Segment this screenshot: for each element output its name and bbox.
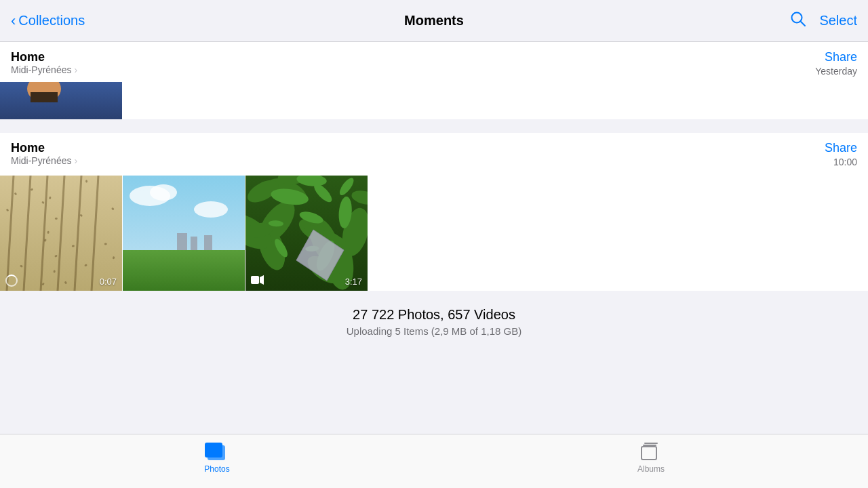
svg-rect-2 <box>251 276 259 284</box>
back-label: Collections <box>18 13 85 28</box>
share-button-1[interactable]: Share <box>825 50 857 64</box>
moment-time-1: Yesterday <box>815 66 857 77</box>
svg-line-1 <box>801 22 805 26</box>
moment-section-2: Home Midi-Pyrénées › Share 10:00 0:07 <box>0 133 868 291</box>
select-button[interactable]: Select <box>819 13 857 28</box>
header: ‹ Collections Moments Select <box>0 0 868 42</box>
photo-thumb-2b[interactable] <box>123 176 245 291</box>
video-camera-icon <box>251 275 264 287</box>
moment-header-2: Home Midi-Pyrénées › Share 10:00 <box>0 133 868 170</box>
svg-rect-6 <box>644 443 658 444</box>
moment-meta-2: Share 10:00 <box>825 141 857 167</box>
upload-status: Uploading 5 Items (2,9 MB of 1,18 GB) <box>11 325 857 337</box>
tab-bar: Photos Albums <box>0 434 868 488</box>
moment-section-1: Home Midi-Pyrénées › Share Yesterday <box>0 42 868 119</box>
tab-photos[interactable]: Photos <box>190 441 244 474</box>
chevron-left-icon: ‹ <box>11 12 16 30</box>
photo-strip-1 <box>0 82 868 119</box>
chevron-right-icon-1: › <box>74 64 77 75</box>
moment-header-1: Home Midi-Pyrénées › Share Yesterday <box>0 42 868 79</box>
photos-tab-label: Photos <box>204 464 229 474</box>
svg-rect-8 <box>642 447 656 460</box>
main-content: Home Midi-Pyrénées › Share Yesterday Hom… <box>0 42 868 434</box>
moment-title-2: Home <box>11 141 77 155</box>
section-divider <box>0 119 868 133</box>
moment-meta-1: Share Yesterday <box>815 50 857 77</box>
moment-location-2[interactable]: Home Midi-Pyrénées › <box>11 141 77 166</box>
moment-location-1[interactable]: Home Midi-Pyrénées › <box>11 50 77 75</box>
moment-sub-1: Midi-Pyrénées › <box>11 64 77 75</box>
photo-strip-2: 0:07 3:17 <box>0 176 868 291</box>
chevron-right-icon-2: › <box>74 155 77 166</box>
moment-sub-2: Midi-Pyrénées › <box>11 155 77 166</box>
header-actions: Select <box>789 10 857 32</box>
photos-tab-icon <box>205 441 229 462</box>
video-duration-2: 3:17 <box>345 277 362 287</box>
loading-spinner <box>5 274 18 287</box>
albums-tab-icon <box>641 441 661 462</box>
stats-section: 27 722 Photos, 657 Videos Uploading 5 It… <box>0 291 868 345</box>
svg-rect-5 <box>205 443 222 458</box>
photo-thumb-1[interactable] <box>0 82 122 119</box>
svg-point-0 <box>792 12 802 22</box>
video-duration-1: 0:07 <box>100 277 117 287</box>
back-button[interactable]: ‹ Collections <box>11 12 85 30</box>
photo-thumb-2c[interactable]: 3:17 <box>245 176 368 291</box>
photo-thumb-2a[interactable]: 0:07 <box>0 176 122 291</box>
tab-albums[interactable]: Albums <box>624 441 678 474</box>
moment-title-1: Home <box>11 50 77 64</box>
svg-marker-3 <box>260 275 264 285</box>
search-icon[interactable] <box>789 10 807 32</box>
moment-time-2: 10:00 <box>833 157 857 167</box>
photo-count: 27 722 Photos, 657 Videos <box>11 307 857 323</box>
svg-rect-7 <box>643 445 656 446</box>
share-button-2[interactable]: Share <box>825 141 857 155</box>
albums-tab-label: Albums <box>637 464 665 474</box>
page-title: Moments <box>404 13 464 28</box>
